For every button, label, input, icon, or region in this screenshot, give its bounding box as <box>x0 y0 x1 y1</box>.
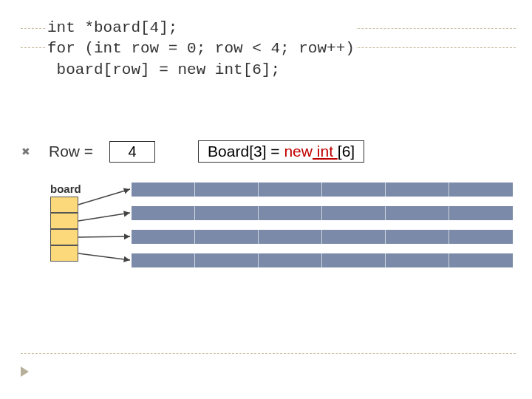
code-block: int *board[4]; for (int row = 0; row < 4… <box>46 18 356 81</box>
heap-row <box>132 230 513 244</box>
board-cell <box>50 245 78 262</box>
heap-cell <box>386 230 449 244</box>
heap-cell <box>195 183 259 197</box>
corner-arrow-icon <box>21 366 29 377</box>
row-label: Row = <box>49 143 93 160</box>
heap-cell <box>132 206 195 220</box>
heap-cell <box>195 230 259 244</box>
code-line-2: for (int row = 0; row < 4; row++) <box>47 40 355 57</box>
heap-cell <box>259 253 322 267</box>
board-cell <box>50 213 78 229</box>
heap-cell <box>386 206 449 220</box>
heap-cell <box>322 183 386 197</box>
assign-new: new <box>284 143 313 160</box>
assign-dim: [6] <box>338 143 355 160</box>
svg-line-0 <box>78 189 130 205</box>
heap-cell <box>386 253 449 267</box>
row-value: 4 <box>109 141 155 163</box>
heap-cell <box>132 183 195 197</box>
heap-cell <box>259 230 322 244</box>
board-pointer-array <box>50 197 78 262</box>
heap-cell <box>195 253 259 267</box>
heap-cell <box>322 253 386 267</box>
svg-line-1 <box>78 213 130 221</box>
assign-prefix: Board[3] = <box>208 143 284 160</box>
assign-type: int <box>313 143 338 160</box>
heap-cell <box>322 230 386 244</box>
heap-cell <box>386 183 449 197</box>
heap-row <box>132 183 513 197</box>
svg-line-3 <box>78 253 130 260</box>
board-cell <box>50 197 78 213</box>
heap-cell <box>195 206 259 220</box>
heap-cell <box>132 253 195 267</box>
assignment-box: Board[3] = new int [6] <box>198 140 364 163</box>
heap-cell <box>259 206 322 220</box>
board-cell <box>50 229 78 245</box>
code-line-1: int *board[4]; <box>47 19 177 36</box>
row-status: ✖ Row = 4 Board[3] = new int [6] <box>21 140 364 163</box>
bullet-icon: ✖ <box>21 146 31 157</box>
heap-cell <box>449 230 513 244</box>
heap-cell <box>132 230 195 244</box>
heap-row <box>132 206 513 220</box>
svg-line-2 <box>78 236 130 237</box>
heap-row <box>132 253 513 267</box>
heap-cell <box>322 206 386 220</box>
heap-cell <box>259 183 322 197</box>
heap-cell <box>449 206 513 220</box>
heap-rows <box>132 183 513 277</box>
heap-cell <box>449 253 513 267</box>
dashed-rule-bottom <box>21 353 516 354</box>
heap-cell <box>449 183 513 197</box>
board-label: board <box>50 183 81 195</box>
code-line-3: board[row] = new int[6]; <box>47 61 280 78</box>
